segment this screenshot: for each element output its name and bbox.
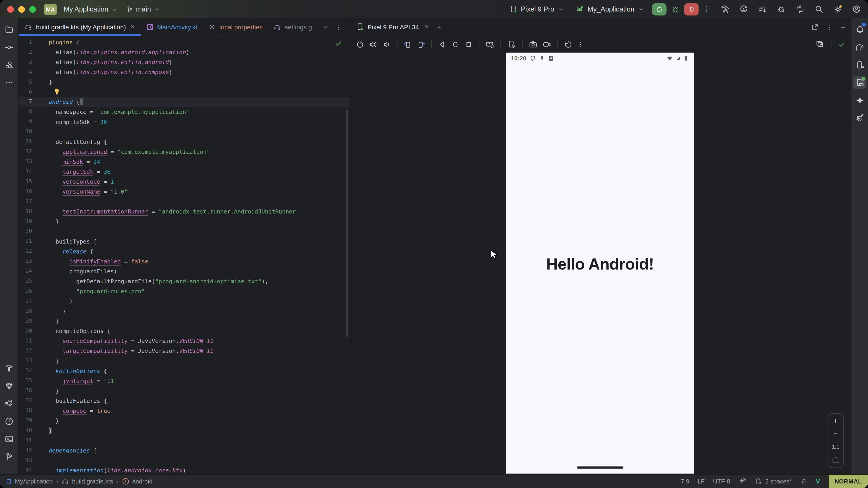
zoom-in-button[interactable]: + (833, 418, 838, 424)
encoding-widget[interactable]: UTF-8 (713, 478, 730, 485)
tool-project[interactable] (2, 23, 16, 36)
line-separator-widget[interactable]: LF (698, 478, 705, 485)
vcs-branch-widget[interactable]: main (125, 5, 160, 13)
tool-running-devices[interactable] (853, 76, 866, 89)
tool-terminal[interactable] (2, 432, 16, 446)
run-more-kebab-icon[interactable]: ⋮ (703, 5, 710, 13)
tool-commit[interactable] (2, 40, 16, 54)
code-line[interactable]: 1plugins { (19, 37, 350, 47)
breadcrumb-block[interactable]: λ android (122, 477, 152, 485)
screenshot-camera-icon[interactable] (529, 40, 537, 48)
minimize-window-button[interactable] (18, 6, 25, 12)
tool-notifications[interactable] (853, 23, 866, 36)
breadcrumb-project[interactable]: MyApplication (5, 478, 53, 485)
code-line[interactable]: 4 alias(libs.plugins.kotlin.compose) (19, 67, 350, 77)
tabs-kebab-icon[interactable]: ⋮ (335, 23, 342, 31)
profile-avatar-icon[interactable] (852, 4, 862, 14)
code-line[interactable]: 3 alias(libs.plugins.kotlin.android) (19, 57, 350, 67)
tool-device-manager[interactable] (853, 58, 866, 71)
code-line[interactable]: 25 getDefaultProguardFile("proguard-andr… (19, 276, 350, 286)
tool-gemini[interactable] (853, 94, 866, 107)
device-settings-icon[interactable] (507, 40, 516, 48)
screen-record-icon[interactable] (542, 40, 551, 48)
tool-logcat[interactable] (2, 397, 16, 410)
rotate-right-icon[interactable] (417, 40, 425, 48)
emulator-screen[interactable]: 10:20 A Hello Android! (506, 53, 694, 474)
tool-version-control[interactable] (2, 450, 16, 463)
code-line[interactable]: 17 (19, 196, 350, 206)
tab-mainactivity[interactable]: MainActivity.kt (141, 18, 203, 35)
gesture-nav-handle[interactable] (577, 466, 623, 468)
code-line[interactable]: 35 jvmTarget = "11" (19, 376, 350, 386)
android-home-icon[interactable] (451, 40, 460, 48)
code-line[interactable]: 19 } (19, 217, 350, 226)
android-overview-icon[interactable] (465, 40, 473, 48)
attach-debugger-icon[interactable] (777, 4, 786, 14)
code-line[interactable]: 38 compose = true (19, 405, 350, 416)
code-line[interactable]: 26 "proguard-rules.pro" (19, 286, 350, 296)
breadcrumb-file[interactable]: build.gradle.kts (61, 477, 113, 485)
caret-position-widget[interactable]: 7:9 (681, 478, 689, 485)
project-widget[interactable]: MA My Application (43, 4, 118, 15)
code-line[interactable]: 36 } (19, 386, 350, 396)
debug-app-icon[interactable] (671, 5, 680, 13)
apply-code-changes-icon[interactable] (758, 4, 767, 14)
code-line[interactable]: 32 targetCompatibility = JavaVersion.VER… (19, 346, 350, 356)
inspections-ok-check-icon[interactable] (335, 40, 342, 47)
emulator-more-kebab-icon[interactable]: ⋮ (577, 40, 584, 48)
panel-options-kebab-icon[interactable]: ⋮ (827, 23, 833, 31)
indent-widget[interactable]: 2 spaces* (754, 477, 792, 485)
tab-local-properties[interactable]: local.properties (203, 18, 268, 35)
code-line[interactable]: 7android { (19, 97, 350, 107)
device-tab-pixel9[interactable]: Pixel 9 Pro API 34 ✕ (356, 23, 429, 31)
zoom-out-button[interactable]: − (833, 431, 838, 436)
tool-device-streaming[interactable] (853, 111, 866, 125)
code-line[interactable]: 33 } (19, 356, 350, 366)
code-line[interactable]: 14 targetSdk = 36 (19, 166, 350, 176)
zoom-1-1-button[interactable]: 1:1 (832, 444, 839, 450)
tab-close-icon[interactable]: ✕ (130, 24, 135, 30)
maximize-window-button[interactable] (29, 6, 36, 12)
code-line[interactable]: 18 testInstrumentationRunner = "androidx… (19, 206, 350, 216)
power-button-icon[interactable] (356, 40, 364, 48)
tab-settings-gradle[interactable]: settings.g (268, 18, 318, 35)
code-line[interactable]: 41 (19, 435, 350, 445)
code-line[interactable]: 30 compileOptions { (19, 326, 350, 336)
code-line[interactable]: 6 (19, 87, 350, 97)
search-everywhere-icon[interactable] (814, 4, 824, 14)
code-line[interactable]: 29 } (19, 316, 350, 326)
code-line[interactable]: 23 isMinifyEnabled = false (19, 256, 350, 266)
open-in-window-icon[interactable] (811, 23, 818, 31)
code-line[interactable]: 43 (19, 455, 350, 465)
zoom-fit-button[interactable] (832, 457, 839, 463)
code-line[interactable]: 34 kotlinOptions { (19, 366, 350, 376)
code-line[interactable]: 27 ) (19, 296, 350, 306)
gradle-sync-icon[interactable] (796, 4, 805, 14)
code-line[interactable]: 28 } (19, 306, 350, 316)
code-line[interactable]: 10 (19, 127, 350, 137)
code-line[interactable]: 12 applicationId = "com.example.myapplic… (19, 147, 350, 157)
code-line[interactable]: 16 versionName = "1.0" (19, 186, 350, 196)
tool-app-quality-insights[interactable] (2, 379, 16, 392)
code-line[interactable]: 11 defaultConfig { (19, 137, 350, 147)
reset-device-icon[interactable] (564, 40, 572, 48)
code-line[interactable]: 8 namespace = "com.example.myapplication… (19, 107, 350, 117)
build-project-icon[interactable] (720, 4, 730, 14)
code-line[interactable]: 21 buildTypes { (19, 236, 350, 246)
device-tab-close-icon[interactable]: ✕ (425, 24, 429, 30)
intention-bulb-icon[interactable] (53, 88, 60, 95)
code-line[interactable]: 20 (19, 226, 350, 236)
rotate-left-icon[interactable] (403, 40, 412, 48)
tool-structure[interactable] (2, 58, 16, 71)
hide-panel-icon[interactable]: − (841, 22, 845, 31)
add-device-tab-icon[interactable]: + (437, 22, 441, 31)
hardware-input-icon[interactable] (486, 40, 494, 48)
layout-inspector-icon[interactable] (815, 40, 824, 48)
vim-mode-badge[interactable]: NORMAL (829, 475, 868, 488)
code-line[interactable]: 44 implementation(libs.androidx.core.ktx… (19, 465, 350, 474)
code-line[interactable]: 40} (19, 425, 350, 435)
tool-gradle[interactable] (853, 40, 866, 54)
android-back-icon[interactable] (438, 40, 446, 48)
code-line[interactable]: 37 buildFeatures { (19, 396, 350, 405)
rerun-app-button[interactable] (652, 3, 666, 15)
